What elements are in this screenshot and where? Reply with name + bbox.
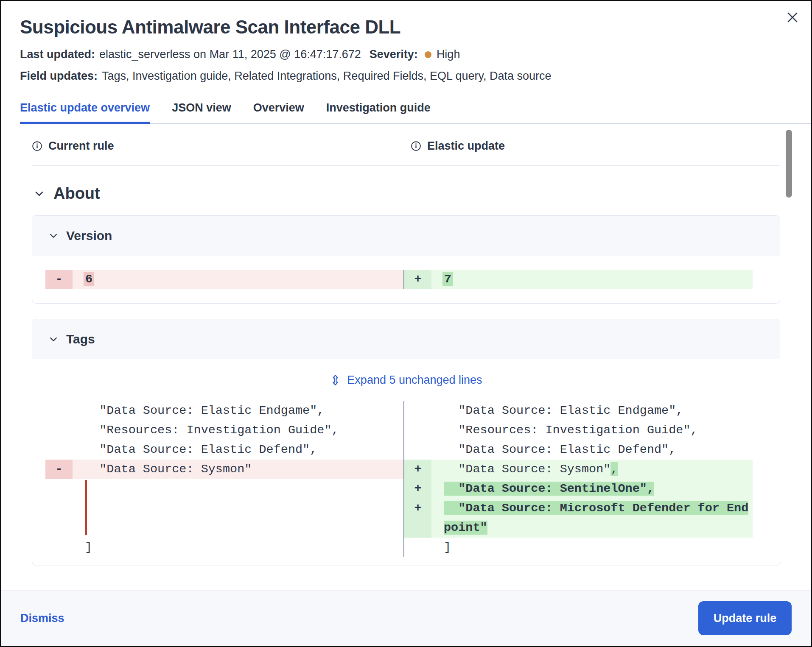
diff-gutter xyxy=(45,479,73,538)
rule-update-modal: { "title": "Suspicious Antimalware Scan … xyxy=(0,0,812,647)
current-rule-diff-row: "Data Source: Elastic Endgame", xyxy=(45,401,403,421)
diff-gutter xyxy=(45,538,73,557)
severity-value: High xyxy=(437,48,460,61)
version-panel-label: Version xyxy=(66,229,112,243)
diff-line-content: "Data Source: Microsoft Defender for End… xyxy=(431,499,753,538)
tags-panel-label: Tags xyxy=(66,332,95,346)
diff-gutter: - xyxy=(45,460,73,479)
current-rule-diff-row xyxy=(45,479,403,538)
dismiss-button[interactable]: Dismiss xyxy=(20,612,64,625)
about-label: About xyxy=(53,184,100,203)
diff-gutter xyxy=(45,401,73,421)
column-header-divider xyxy=(32,165,780,166)
close-icon xyxy=(785,10,800,25)
elastic-update-diff-row: "Data Source: Elastic Endgame", xyxy=(404,401,753,421)
chevron-down-icon xyxy=(34,188,45,199)
expand-unchanged-lines-label: Expand 5 unchanged lines xyxy=(347,374,482,387)
elastic-update-diff-row: + "Data Source: SentinelOne", xyxy=(404,479,753,499)
tags-diff-current-column: "Data Source: Elastic Endgame", "Resourc… xyxy=(45,401,403,557)
diff-gutter: + xyxy=(404,479,431,499)
deleted-lines-marker xyxy=(85,480,87,535)
version-panel: Version - 6 + 7 xyxy=(32,215,780,304)
field-updates-value: Tags, Investigation guide, Related Integ… xyxy=(102,70,552,83)
chevron-down-icon xyxy=(48,334,59,344)
expand-vertical-icon xyxy=(330,374,341,386)
field-updates-label: Field updates: xyxy=(20,70,98,83)
current-rule-column-header: Current rule xyxy=(32,139,780,153)
current-rule-label: Current rule xyxy=(48,139,114,153)
diff-line-content: "Resources: Investigation Guide", xyxy=(73,421,403,440)
removed-content: 6 xyxy=(73,270,403,289)
comparison-content: Current rule Elastic update About Versio… xyxy=(32,139,780,566)
elastic-update-diff-row: + "Data Source: Sysmon", xyxy=(404,460,753,479)
elastic-update-column-header: Elastic update xyxy=(411,139,505,153)
diff-line-content: "Data Source: Elastic Defend", xyxy=(431,440,753,460)
expand-unchanged-lines-link[interactable]: Expand 5 unchanged lines xyxy=(32,374,780,387)
diff-line-content: "Data Source: Elastic Defend", xyxy=(73,440,403,460)
version-added-line: + 7 xyxy=(403,270,753,289)
diff-line-content: ] xyxy=(73,538,403,557)
diff-line-content: "Data Source: Sysmon" xyxy=(73,460,403,479)
last-updated-value: elastic_serverless on Mar 11, 2025 @ 16:… xyxy=(99,48,361,61)
close-button[interactable] xyxy=(784,9,801,26)
diff-gutter xyxy=(404,401,431,421)
diff-gutter xyxy=(404,538,431,557)
elastic-update-label: Elastic update xyxy=(427,139,505,153)
column-headers: Current rule Elastic update xyxy=(32,139,780,158)
tab-elastic-update-overview[interactable]: Elastic update overview xyxy=(20,101,150,123)
tags-panel-body: Expand 5 unchanged lines "Data Source: E… xyxy=(32,374,780,557)
elastic-update-diff-row: ] xyxy=(404,538,753,557)
meta-line-updated: Last updated: elastic_serverless on Mar … xyxy=(20,48,773,61)
removed-value: 6 xyxy=(84,272,94,286)
tab-json-view[interactable]: JSON view xyxy=(172,101,231,123)
version-diff-row: - 6 + 7 xyxy=(45,270,780,289)
diff-gutter: + xyxy=(404,460,431,479)
diff-gutter xyxy=(404,421,431,440)
current-rule-diff-row: ] xyxy=(45,538,403,557)
current-rule-diff-row: "Data Source: Elastic Defend", xyxy=(45,440,403,460)
tab-bar: Elastic update overview JSON view Overvi… xyxy=(20,101,811,124)
meta-line-field-updates: Field updates: Tags, Investigation guide… xyxy=(20,70,773,83)
tab-overview[interactable]: Overview xyxy=(253,101,304,123)
diff-line-content xyxy=(73,479,403,538)
tags-diff-update-column: "Data Source: Elastic Endgame", "Resourc… xyxy=(403,401,753,557)
removed-gutter: - xyxy=(45,270,73,289)
elastic-update-diff-row: "Resources: Investigation Guide", xyxy=(404,421,753,440)
info-icon[interactable] xyxy=(411,141,421,151)
current-rule-diff-row: - "Data Source: Sysmon" xyxy=(45,460,403,479)
tab-investigation-guide[interactable]: Investigation guide xyxy=(326,101,431,123)
elastic-update-diff-row: + "Data Source: Microsoft Defender for E… xyxy=(404,499,753,538)
diff-gutter: + xyxy=(404,499,431,538)
added-gutter: + xyxy=(404,270,431,289)
diff-line-content: "Data Source: SentinelOne", xyxy=(431,479,753,499)
version-removed-line: - 6 xyxy=(45,270,403,289)
about-section-header[interactable]: About xyxy=(34,184,780,203)
diff-line-content: "Data Source: Elastic Endgame", xyxy=(431,401,753,421)
added-value: 7 xyxy=(442,272,453,286)
tags-panel-header[interactable]: Tags xyxy=(32,319,780,359)
modal-header: Suspicious Antimalware Scan Interface DL… xyxy=(1,1,811,83)
tags-diff: "Data Source: Elastic Endgame", "Resourc… xyxy=(45,401,780,557)
modal-footer: Dismiss Update rule xyxy=(1,590,811,646)
version-panel-header[interactable]: Version xyxy=(32,216,780,256)
diff-line-content: "Resources: Investigation Guide", xyxy=(431,421,753,440)
diff-gutter xyxy=(45,440,73,460)
version-diff: - 6 + 7 xyxy=(32,256,780,303)
severity-label: Severity: xyxy=(370,48,418,61)
diff-gutter xyxy=(45,421,73,440)
diff-gutter xyxy=(404,440,431,460)
diff-line-content: ] xyxy=(431,538,753,557)
added-content: 7 xyxy=(431,270,753,289)
severity-high-dot-icon xyxy=(425,51,431,58)
diff-line-content: "Data Source: Sysmon", xyxy=(431,460,753,479)
diff-line-content: "Data Source: Elastic Endgame", xyxy=(73,401,403,421)
tags-panel: Tags Expand 5 unchanged lines "Data Sour… xyxy=(32,319,780,566)
rule-title: Suspicious Antimalware Scan Interface DL… xyxy=(20,17,773,38)
last-updated-label: Last updated: xyxy=(20,48,95,61)
chevron-down-icon xyxy=(48,231,59,241)
elastic-update-diff-row: "Data Source: Elastic Defend", xyxy=(404,440,753,460)
vertical-scrollbar-thumb[interactable] xyxy=(786,130,792,198)
info-icon[interactable] xyxy=(32,141,42,151)
update-rule-button[interactable]: Update rule xyxy=(698,601,792,635)
current-rule-diff-row: "Resources: Investigation Guide", xyxy=(45,421,403,440)
